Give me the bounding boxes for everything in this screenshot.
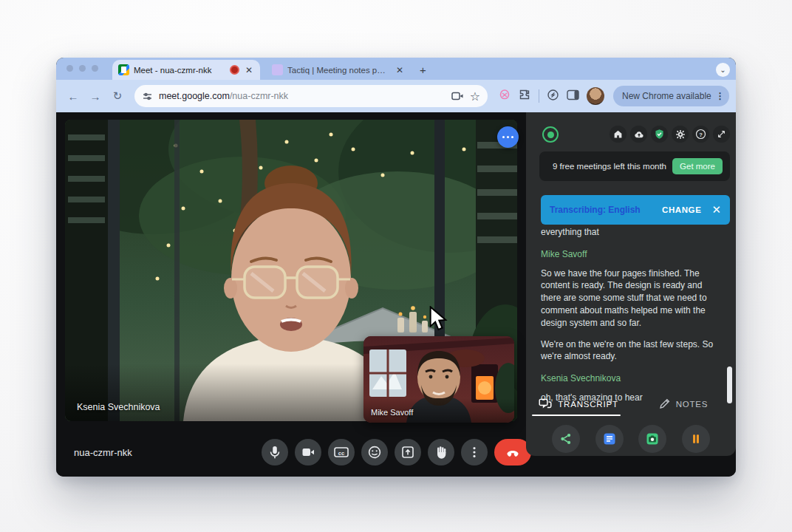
sidebar-actions (526, 421, 736, 456)
settings-gear-icon[interactable] (672, 126, 689, 143)
address-bar[interactable]: meet.google.com/nua-czmr-nkk ☆ (134, 85, 488, 107)
toolbar-divider (539, 89, 539, 103)
chat-icon (539, 398, 552, 409)
pip-video-tile[interactable]: Mike Savoff (363, 336, 514, 423)
browser-menu-icon[interactable]: ⋮ (716, 91, 725, 101)
chrome-update-button[interactable]: New Chrome available ⋮ (613, 86, 729, 106)
tab-title: Tactiq | Meeting notes powe (287, 66, 390, 75)
site-settings-icon[interactable] (142, 91, 153, 102)
share-button[interactable] (552, 425, 580, 453)
bookmark-star-icon[interactable]: ☆ (470, 89, 480, 103)
pip-name-label: Mike Savoff (371, 408, 413, 417)
svg-text:cc: cc (338, 450, 344, 457)
notes-doc-button[interactable] (595, 425, 624, 453)
transcript-text: everything that (541, 226, 723, 239)
screenshot-button[interactable] (638, 425, 666, 453)
update-label: New Chrome available (622, 91, 711, 101)
forward-icon[interactable]: → (86, 90, 105, 103)
transcript-text: We're on the we're on the last few steps… (541, 338, 723, 364)
tab-transcript[interactable]: TRANSCRIPT (526, 392, 631, 416)
transcript-speaker: Ksenia Svechnikova (541, 372, 723, 385)
tab-capture-icon[interactable] (451, 91, 464, 101)
meet-bottom-bar: nua-czmr-nkk cc (56, 437, 526, 467)
tab-label: NOTES (676, 400, 709, 409)
reload-icon[interactable]: ↻ (108, 89, 127, 103)
mouse-cursor (428, 306, 450, 331)
privacy-shield-icon[interactable] (651, 126, 668, 143)
tab-label: TRANSCRIPT (558, 400, 618, 409)
journeys-icon[interactable] (547, 89, 559, 104)
banner-close-icon[interactable]: ✕ (711, 203, 721, 216)
profile-avatar[interactable] (587, 87, 604, 105)
tab-title: Meet - nua-czmr-nkk (134, 66, 225, 75)
meeting-code: nua-czmr-nkk (74, 447, 132, 458)
back-icon[interactable]: ← (64, 90, 83, 103)
get-more-button[interactable]: Get more (672, 158, 723, 174)
microphone-button[interactable] (262, 439, 288, 466)
sidebar-tabs: TRANSCRIPT NOTES (526, 392, 736, 416)
cloud-upload-icon[interactable] (630, 126, 647, 143)
raise-hand-button[interactable] (428, 439, 454, 466)
close-tab-icon[interactable]: ✕ (244, 65, 254, 75)
side-panel-icon[interactable] (567, 89, 579, 103)
transcript-panel: everything that Mike Savoff So we have t… (541, 226, 723, 407)
meet-favicon-icon (118, 64, 129, 75)
quota-text: 9 free meetings left this month (547, 161, 672, 172)
svg-text:?: ? (699, 132, 703, 138)
reactions-button[interactable] (361, 439, 388, 466)
url-text: meet.google.com/nua-czmr-nkk (159, 91, 446, 101)
browser-window: Meet - nua-czmr-nkk ✕ Tactiq | Meeting n… (56, 58, 736, 477)
window-controls[interactable] (66, 65, 98, 72)
more-options-button[interactable] (461, 439, 488, 466)
tab-strip: Meet - nua-czmr-nkk ✕ Tactiq | Meeting n… (56, 58, 736, 80)
resize-panel-icon[interactable] (713, 126, 730, 143)
transcribing-banner: Transcribing: English CHANGE ✕ (541, 195, 730, 225)
participant-name-label: Ksenia Svechnikova (77, 402, 160, 412)
extensions-puzzle-icon[interactable] (519, 89, 531, 104)
quota-card: 9 free meetings left this month Get more (539, 151, 730, 181)
tactiq-favicon-icon (272, 64, 283, 75)
transcript-speaker: Mike Savoff (541, 248, 723, 261)
tab-meet[interactable]: Meet - nua-czmr-nkk ✕ (112, 60, 260, 80)
browser-toolbar: ← → ↻ meet.google.com/nua-czmr-nkk ☆ (56, 80, 736, 112)
change-language-button[interactable]: CHANGE (662, 205, 701, 214)
help-icon[interactable]: ? (692, 126, 709, 143)
pause-transcription-button[interactable] (682, 425, 710, 453)
tactiq-chat-bubble-icon[interactable] (497, 126, 519, 148)
tactiq-extension-icon[interactable] (498, 88, 511, 104)
present-screen-button[interactable] (395, 439, 421, 466)
close-tab-icon[interactable]: ✕ (395, 65, 405, 75)
tactiq-logo-icon (542, 126, 559, 143)
camera-button[interactable] (295, 439, 321, 466)
new-tab-button[interactable]: + (420, 64, 426, 76)
captions-button[interactable]: cc (328, 439, 355, 466)
transcribing-label: Transcribing: English (550, 205, 656, 215)
tab-search-chevron-icon[interactable]: ⌄ (716, 63, 730, 77)
page-content: Ksenia Svechnikova (56, 112, 736, 477)
pencil-icon (659, 398, 670, 409)
recording-indicator-icon (230, 65, 239, 75)
home-icon[interactable] (610, 126, 627, 143)
tab-notes[interactable]: NOTES (631, 392, 736, 416)
transcript-text: So we have the four pages finished. The … (541, 267, 723, 330)
tab-tactiq[interactable]: Tactiq | Meeting notes powe ✕ (266, 60, 411, 80)
tactiq-sidebar: ? 9 free meetings left this month Get mo… (526, 112, 736, 456)
